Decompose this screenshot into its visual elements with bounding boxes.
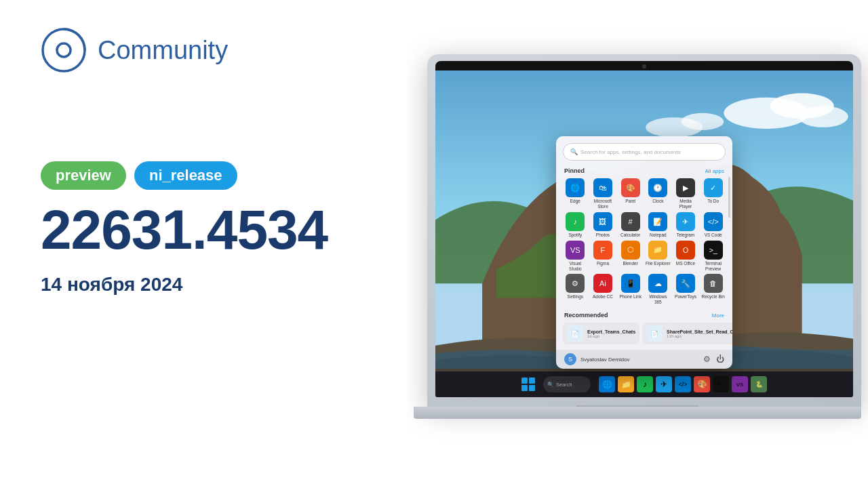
rec-file-item[interactable]: 📄SharePoint_Site_Set_Read_Only_All11h ag…	[642, 323, 732, 344]
app-icon: >_	[704, 241, 723, 260]
pinned-app-calculator[interactable]: #Calculator	[618, 212, 643, 238]
pinned-app-settings[interactable]: ⚙Settings	[563, 274, 588, 305]
app-icon: O	[676, 241, 695, 260]
pinned-app-to-do[interactable]: ✓To Do	[701, 178, 726, 209]
pinned-app-vs-code[interactable]: </>VS Code	[701, 212, 726, 238]
app-label: Photos	[596, 232, 610, 238]
laptop-body: 🔍 Search for apps, settings, and documen…	[427, 54, 861, 407]
svg-point-1	[57, 43, 71, 57]
app-label: Windows 365	[646, 294, 671, 305]
taskbar-icon-3[interactable]: ✈	[656, 376, 672, 392]
app-icon: ♪	[566, 212, 585, 231]
app-icon: #	[621, 212, 640, 231]
app-icon: 🛍	[593, 178, 612, 197]
pinned-app-powertoys[interactable]: 🔧PowerToys	[673, 274, 698, 305]
app-label: Microsoft Store	[591, 199, 616, 209]
pinned-app-media-player[interactable]: ▶Media Player	[673, 178, 698, 209]
power-icon[interactable]: ⏻	[716, 354, 724, 364]
app-icon: Ai	[593, 274, 612, 293]
rec-file-name: SharePoint_Site_Set_Read_Only_All	[667, 329, 732, 334]
rec-file-icon: 📄	[567, 325, 583, 342]
app-label: Terminal Preview	[701, 261, 726, 272]
svg-point-5	[798, 106, 848, 127]
pinned-app-microsoft-store[interactable]: 🛍Microsoft Store	[591, 178, 616, 209]
app-icon: ⚙	[566, 274, 585, 293]
pinned-app-photos[interactable]: 🖼Photos	[591, 212, 616, 238]
start-menu: 🔍 Search for apps, settings, and documen…	[556, 136, 732, 369]
user-avatar: S	[564, 353, 576, 365]
app-icon: VS	[566, 241, 585, 260]
taskbar-icon-4[interactable]: </>	[675, 376, 691, 392]
user-name: Svyatoslav Demidov	[580, 357, 629, 363]
screen-content: 🔍 Search for apps, settings, and documen…	[435, 70, 853, 397]
app-label: Paint	[625, 199, 635, 204]
pinned-app-figma[interactable]: FFigma	[591, 241, 616, 272]
pinned-app-blender[interactable]: ⬡Blender	[618, 241, 643, 272]
taskbar-search[interactable]: 🔍 Search	[543, 376, 591, 392]
pinned-app-notepad[interactable]: 📝Notepad	[646, 212, 671, 238]
pinned-app-spotify[interactable]: ♪Spotify	[563, 212, 588, 238]
version-number: 22631.4534	[41, 202, 420, 258]
rec-file-time: 11h ago	[667, 334, 732, 338]
start-search-placeholder: Search for apps, settings, and documents	[580, 149, 681, 155]
pinned-app-paint[interactable]: 🎨Paint	[618, 178, 643, 209]
pinned-app-ms-office[interactable]: OMS Office	[673, 241, 698, 272]
pinned-app-terminal-preview[interactable]: >_Terminal Preview	[701, 241, 726, 272]
settings-icon[interactable]: ⚙	[703, 354, 711, 364]
app-label: Clock	[652, 199, 663, 204]
pinned-app-recycle-bin[interactable]: 🗑Recycle Bin	[701, 274, 726, 305]
user-info: S Svyatoslav Demidov	[564, 353, 629, 365]
app-label: Notepad	[650, 232, 667, 238]
pinned-app-file-explorer[interactable]: 📁File Explorer	[646, 241, 671, 272]
logo-text: Community	[98, 36, 228, 65]
start-menu-footer: S Svyatoslav Demidov ⚙ ⏻	[556, 350, 732, 369]
laptop-base	[414, 407, 861, 419]
app-label: Spotify	[568, 232, 582, 238]
rec-file-item[interactable]: 📄Export_Teams_Chats1d ago	[563, 323, 639, 344]
laptop-screen-bezel: 🔍 Search for apps, settings, and documen…	[435, 61, 853, 397]
app-label: Blender	[623, 261, 637, 266]
pinned-app-visual-studio[interactable]: VSVisual Studio	[563, 241, 588, 272]
taskbar-icon-edge[interactable]: 🌐	[599, 376, 615, 392]
pinned-app-phone-link[interactable]: 📱Phone Link	[618, 274, 643, 305]
app-icon: 🔧	[676, 274, 695, 293]
app-icon: 🕐	[648, 178, 667, 197]
svg-point-7	[681, 113, 724, 130]
app-label: Figma	[597, 261, 609, 266]
app-label: MS Office	[676, 261, 695, 266]
app-icon: 📁	[648, 241, 667, 260]
app-icon: ☁	[648, 274, 667, 293]
rec-file-text: SharePoint_Site_Set_Read_Only_All11h ago	[667, 329, 732, 338]
app-label: Edge	[570, 199, 580, 204]
app-label: VS Code	[705, 232, 722, 238]
taskbar-start-button[interactable]	[521, 378, 535, 391]
pinned-app-clock[interactable]: 🕐Clock	[646, 178, 671, 209]
app-label: Calculator	[620, 232, 640, 238]
pinned-app-telegram[interactable]: ✈Telegram	[673, 212, 698, 238]
taskbar-search-label: Search	[556, 382, 572, 388]
rec-file-text: Export_Teams_Chats1d ago	[587, 329, 635, 338]
recommended-grid: 📄Export_Teams_Chats1d ago📄SharePoint_Sit…	[556, 320, 732, 350]
pinned-apps-grid: 🌐Edge🛍Microsoft Store🎨Paint🕐Clock▶Media …	[556, 176, 732, 309]
community-logo-icon	[41, 27, 87, 73]
taskbar-icon-1[interactable]: 📁	[618, 376, 634, 392]
left-panel: Community preview ni_release 22631.4534 …	[41, 0, 420, 488]
footer-actions[interactable]: ⚙ ⏻	[703, 354, 724, 364]
start-scrollbar	[728, 177, 730, 218]
pinned-app-adobe-cc[interactable]: AiAdobe CC	[591, 274, 616, 305]
app-icon: ⬡	[621, 241, 640, 260]
preview-tag: preview	[41, 161, 126, 190]
taskbar-icon-2[interactable]: ♪	[637, 376, 653, 392]
pinned-app-windows-365[interactable]: ☁Windows 365	[646, 274, 671, 305]
app-icon: 📝	[648, 212, 667, 231]
taskbar-icon-7[interactable]: VS	[732, 376, 748, 392]
app-icon: ✓	[704, 178, 723, 197]
start-search-bar[interactable]: 🔍 Search for apps, settings, and documen…	[563, 143, 726, 161]
logo-area: Community	[41, 27, 420, 73]
pinned-app-edge[interactable]: 🌐Edge	[563, 178, 588, 209]
taskbar-icon-5[interactable]: 🎨	[694, 376, 710, 392]
taskbar-icon-6[interactable]: >_	[713, 376, 729, 392]
app-label: Adobe CC	[593, 294, 613, 300]
taskbar-icon-8[interactable]: 🐍	[751, 376, 767, 392]
app-icon: 🗑	[704, 274, 723, 293]
